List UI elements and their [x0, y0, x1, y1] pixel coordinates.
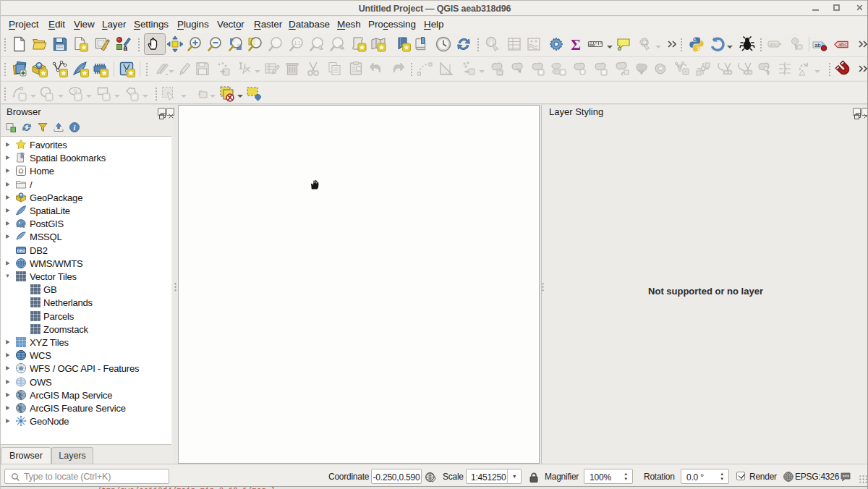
svg-text:1:1: 1:1 [294, 41, 300, 46]
svg-text:W: W [19, 366, 24, 371]
svg-text:abc: abc [770, 42, 778, 47]
svg-text:i: i [74, 124, 76, 132]
svg-text:DB2: DB2 [17, 249, 25, 253]
svg-text:a: a [124, 44, 128, 52]
svg-text:Σ: Σ [571, 36, 581, 54]
svg-text:ab: ab [814, 42, 820, 48]
svg-text:abc: abc [838, 41, 847, 48]
